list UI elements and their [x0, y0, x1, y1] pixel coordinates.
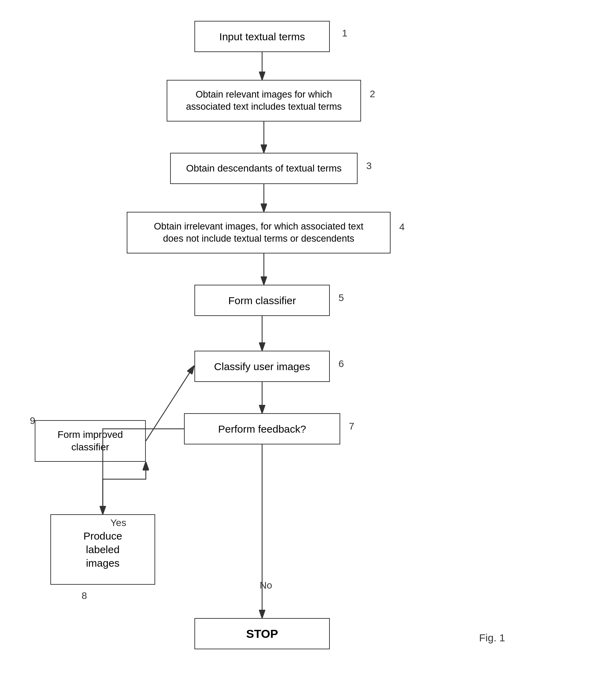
- box9-label: Form improvedclassifier: [58, 428, 123, 454]
- fig-label: Fig. 1: [479, 632, 505, 644]
- box5-number: 5: [338, 292, 344, 303]
- box5-label: Form classifier: [228, 294, 296, 307]
- box-obtain-irrelevant: Obtain irrelevant images, for which asso…: [127, 212, 391, 253]
- box6-label: Classify user images: [214, 360, 310, 373]
- diagram: Input textual terms 1 Obtain relevant im…: [0, 0, 602, 700]
- box3-label: Obtain descendants of textual terms: [186, 162, 342, 175]
- no-label: No: [260, 580, 272, 591]
- box9-number: 9: [30, 415, 35, 426]
- box4-number: 4: [399, 222, 405, 233]
- box-stop-label: STOP: [246, 626, 278, 641]
- box8-number: 8: [82, 590, 87, 601]
- box6-number: 6: [338, 358, 344, 369]
- box1-number: 1: [342, 28, 348, 39]
- box3-number: 3: [366, 160, 372, 172]
- box-obtain-descendants: Obtain descendants of textual terms: [170, 153, 358, 184]
- box1-label: Input textual terms: [219, 30, 305, 43]
- box-produce-labeled: Producelabeledimages: [50, 514, 155, 585]
- box4-label: Obtain irrelevant images, for which asso…: [154, 220, 363, 245]
- box7-number: 7: [349, 421, 354, 432]
- box8-label: Producelabeledimages: [83, 529, 122, 570]
- box-input-textual-terms: Input textual terms: [194, 21, 330, 52]
- box-form-improved: Form improvedclassifier: [35, 420, 146, 462]
- box-perform-feedback: Perform feedback?: [184, 413, 340, 444]
- box-classify-user: Classify user images: [194, 351, 330, 382]
- box2-number: 2: [370, 89, 375, 100]
- box-obtain-relevant: Obtain relevant images for whichassociat…: [167, 80, 361, 122]
- box-form-classifier: Form classifier: [194, 285, 330, 316]
- yes-label: Yes: [110, 517, 126, 528]
- box7-label: Perform feedback?: [218, 422, 306, 436]
- box2-label: Obtain relevant images for whichassociat…: [186, 89, 342, 113]
- box-stop: STOP: [194, 618, 330, 649]
